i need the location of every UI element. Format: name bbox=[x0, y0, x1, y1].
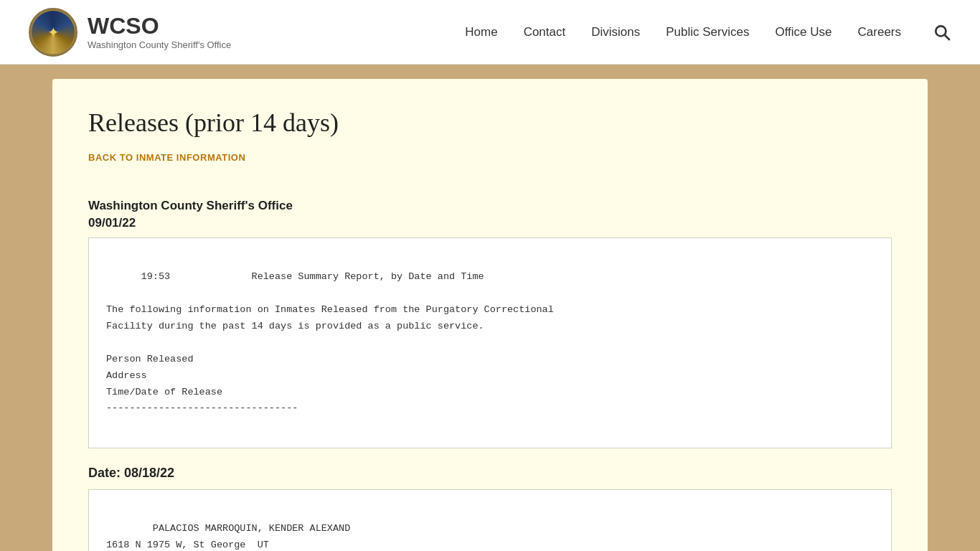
back-to-inmate-link[interactable]: BACK TO INMATE INFORMATION bbox=[88, 152, 245, 163]
nav-contact[interactable]: Contact bbox=[524, 25, 566, 39]
site-title: WCSO bbox=[88, 14, 231, 39]
site-header: ✦ WCSO Washington County Sheriff's Offic… bbox=[0, 0, 980, 65]
svg-point-0 bbox=[936, 26, 946, 36]
logo-area: ✦ WCSO Washington County Sheriff's Offic… bbox=[29, 8, 231, 57]
site-subtitle: Washington County Sheriff's Office bbox=[88, 39, 231, 50]
main-wrapper: Releases (prior 14 days) BACK TO INMATE … bbox=[0, 65, 980, 551]
svg-line-1 bbox=[945, 34, 950, 39]
logo-badge: ✦ bbox=[29, 8, 77, 57]
nav-careers[interactable]: Careers bbox=[858, 25, 901, 39]
entry-pre-text: PALACIOS MARROQUIN, KENDER ALEXAND 1618 … bbox=[106, 523, 350, 551]
nav-divisions[interactable]: Divisions bbox=[591, 25, 640, 39]
office-info-block: Washington County Sheriff's Office 09/01… bbox=[88, 199, 892, 230]
search-button[interactable] bbox=[933, 23, 951, 42]
report-pre-text: 19:53 Release Summary Report, by Date an… bbox=[106, 271, 554, 414]
nav-public-services[interactable]: Public Services bbox=[666, 25, 749, 39]
content-card: Releases (prior 14 days) BACK TO INMATE … bbox=[52, 79, 928, 551]
header-title-block: WCSO Washington County Sheriff's Office bbox=[88, 14, 231, 50]
date-section: Date: 08/18/22 PALACIOS MARROQUIN, KENDE… bbox=[88, 466, 892, 551]
logo-inner: ✦ bbox=[32, 11, 75, 54]
entry-pre-box: PALACIOS MARROQUIN, KENDER ALEXAND 1618 … bbox=[88, 489, 892, 551]
office-heading: Washington County Sheriff's Office bbox=[88, 199, 892, 213]
nav-office-use[interactable]: Office Use bbox=[775, 25, 831, 39]
report-pre-box: 19:53 Release Summary Report, by Date an… bbox=[88, 237, 892, 448]
report-date: 09/01/22 bbox=[88, 216, 892, 230]
page-title: Releases (prior 14 days) bbox=[88, 108, 892, 138]
main-nav: Home Contact Divisions Public Services O… bbox=[465, 23, 951, 42]
date-section-heading: Date: 08/18/22 bbox=[88, 466, 892, 481]
nav-home[interactable]: Home bbox=[465, 25, 497, 39]
search-icon bbox=[933, 23, 951, 42]
star-icon: ✦ bbox=[47, 24, 60, 41]
